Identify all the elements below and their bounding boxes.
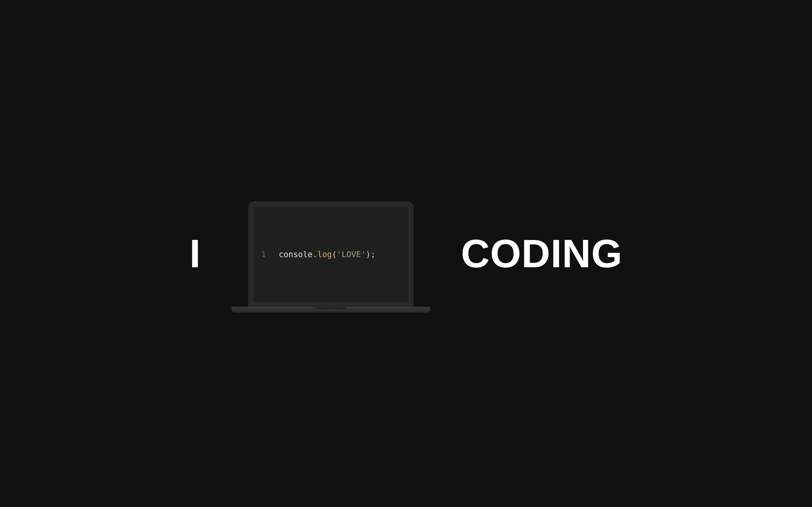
word-right: CODING — [461, 234, 622, 273]
wallpaper-canvas: I 1 console.log('LOVE'); CODING — [0, 0, 812, 507]
laptop-lid: 1 console.log('LOVE'); — [248, 202, 413, 307]
line-number: 1 — [261, 250, 266, 259]
token-close-paren: ) — [366, 250, 371, 259]
token-method: log — [317, 250, 332, 259]
laptop-icon: 1 console.log('LOVE'); — [231, 194, 432, 313]
laptop-base — [232, 307, 430, 313]
token-object: console — [279, 250, 312, 259]
code-content: console.log('LOVE'); — [279, 250, 375, 259]
code-line: 1 console.log('LOVE'); — [261, 250, 375, 259]
word-left: I — [190, 234, 201, 273]
laptop-screen: 1 console.log('LOVE'); — [254, 207, 408, 302]
main-row: I 1 console.log('LOVE'); CODING — [190, 194, 622, 313]
token-semi: ; — [371, 250, 375, 259]
token-string: 'LOVE' — [337, 250, 366, 259]
token-dot: . — [312, 250, 317, 259]
token-open-paren: ( — [332, 250, 337, 259]
